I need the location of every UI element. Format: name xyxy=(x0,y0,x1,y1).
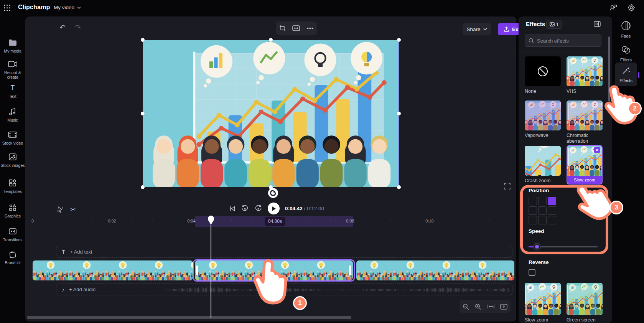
ruler-time-label: 0:08 xyxy=(346,219,354,223)
sidebar-item-label: Music xyxy=(0,118,25,122)
preview-resize-handle[interactable] xyxy=(397,185,401,189)
undo-icon[interactable]: ↶ xyxy=(59,23,66,32)
split-scissors-icon[interactable]: ✂ xyxy=(70,206,76,214)
annotation-hand-cursor-1 xyxy=(250,257,294,313)
sidebar-item-label: Graphics xyxy=(0,214,25,218)
ruler-tick-dot xyxy=(72,221,73,221)
ruler-tick-dot xyxy=(53,221,53,221)
sidebar-item-label: Brand kit xyxy=(0,260,25,265)
effect-applied-badge-icon: ⇄ xyxy=(594,147,600,153)
sidebar-item-label: Stock video xyxy=(0,141,25,145)
time-display: 0:04.42 / 0:12.00 xyxy=(285,206,324,211)
filters-icon xyxy=(611,45,641,56)
feedback-icon[interactable] xyxy=(609,3,618,13)
video-preview[interactable] xyxy=(143,40,399,187)
clipchamp-watermark-icon xyxy=(268,188,278,198)
annotation-step-badge-2: 2 xyxy=(628,102,642,115)
left-sidebar: My mediaRecord & createTTextMusicStock v… xyxy=(0,16,25,323)
add-audio-label: + Add audio xyxy=(69,287,96,292)
folder-icon xyxy=(0,38,25,47)
effect-more-slow-zoom-label: Slow zoom xyxy=(525,317,563,323)
sidebar-item-stock-images[interactable]: Stock images xyxy=(0,152,25,168)
effect-none[interactable] xyxy=(525,56,561,86)
preview-resize-handle[interactable] xyxy=(397,112,401,115)
forward-5-icon[interactable]: 5 xyxy=(254,205,262,212)
select-tool-icon[interactable] xyxy=(57,206,64,213)
effect-vaporwave[interactable] xyxy=(525,101,561,130)
more-options-icon[interactable]: ••• xyxy=(307,25,314,31)
playback-controls: 5 5 0:04.42 / 0:12.00 xyxy=(229,203,324,214)
app-launcher-icon[interactable] xyxy=(4,5,11,12)
zoom-in-icon[interactable] xyxy=(475,303,481,310)
preview-resize-handle[interactable] xyxy=(141,38,145,42)
ruler-tick-dot xyxy=(469,221,470,221)
effect-vhs-label: VHS xyxy=(567,89,605,94)
video-clip-1[interactable] xyxy=(33,260,193,280)
play-button[interactable] xyxy=(268,203,280,214)
top-bar: Clipchamp My video xyxy=(0,0,644,16)
preview-resize-handle[interactable] xyxy=(397,38,401,42)
zoom-out-icon[interactable] xyxy=(463,303,469,310)
preview-resize-handle[interactable] xyxy=(141,112,145,115)
sidebar-item-text[interactable]: TText xyxy=(0,83,25,99)
reverse-checkbox[interactable] xyxy=(529,269,535,276)
trim-handle-right[interactable] xyxy=(349,265,351,275)
trim-handle-left[interactable] xyxy=(196,265,198,275)
sidebar-item-stock-video[interactable]: Stock video xyxy=(0,130,25,145)
tab-effects[interactable]: Effects xyxy=(611,66,641,83)
rewind-5-icon[interactable]: 5 xyxy=(241,205,249,212)
ruler-tick-dot xyxy=(171,221,172,221)
project-name: My video xyxy=(54,5,74,10)
image-icon xyxy=(550,22,555,26)
tab-filters[interactable]: Filters xyxy=(611,45,641,62)
tab-fade[interactable]: Fade xyxy=(611,21,641,38)
ruler-tick-dot xyxy=(489,221,490,221)
fit-icon[interactable] xyxy=(292,25,300,31)
selected-media-count-badge: 1 xyxy=(546,20,562,29)
sidebar-item-transitions[interactable]: Transitions xyxy=(0,227,25,242)
playhead-handle[interactable] xyxy=(208,216,214,227)
fullscreen-icon[interactable] xyxy=(504,183,511,191)
preview-resize-handle[interactable] xyxy=(269,38,273,42)
preview-resize-handle[interactable] xyxy=(141,185,145,189)
effect-crash-zoom[interactable] xyxy=(525,146,561,176)
effects-panel-title: Effects xyxy=(526,21,545,27)
redo-icon[interactable]: ↷ xyxy=(75,23,81,32)
video-clip-3[interactable] xyxy=(356,260,514,280)
effect-chromatic-aberration[interactable] xyxy=(567,101,603,130)
effects-icon xyxy=(611,66,641,77)
ruler-tick-dot xyxy=(410,221,410,221)
sidebar-item-label: Text xyxy=(0,94,25,99)
crop-icon[interactable] xyxy=(279,25,286,31)
text-icon: T xyxy=(0,83,25,92)
active-tab-indicator xyxy=(638,72,639,78)
settings-gear-icon[interactable] xyxy=(627,3,636,13)
timeline-scrollbar[interactable] xyxy=(27,316,351,319)
add-text-track[interactable]: T + Add text xyxy=(56,246,512,258)
search-input[interactable] xyxy=(537,38,595,44)
effect-vhs[interactable] xyxy=(567,56,603,86)
ruler-time-label: 0:10 xyxy=(425,219,433,223)
share-button[interactable]: Share xyxy=(463,23,491,35)
skip-to-start-icon[interactable] xyxy=(229,206,236,212)
sidebar-item-record-create[interactable]: Record & create xyxy=(0,59,25,79)
collapse-panel-icon[interactable] xyxy=(594,21,601,28)
effect-overlay xyxy=(567,283,603,315)
timeline-view-icon[interactable] xyxy=(500,304,507,310)
sidebar-item-brand-kit[interactable]: Brand kit xyxy=(0,250,25,265)
fit-timeline-icon[interactable] xyxy=(488,304,494,309)
image-icon xyxy=(0,152,25,162)
sidebar-item-music[interactable]: Music xyxy=(0,107,25,122)
sidebar-item-my-media[interactable]: My media xyxy=(0,38,25,53)
graphics-icon xyxy=(0,203,25,212)
project-name-menu[interactable]: My video xyxy=(54,5,81,10)
sidebar-item-templates[interactable]: Templates xyxy=(0,178,25,194)
sidebar-item-graphics[interactable]: Graphics xyxy=(0,203,25,218)
count-value: 1 xyxy=(556,22,559,27)
svg-text:5: 5 xyxy=(257,208,259,211)
effect-more-slow-zoom[interactable] xyxy=(525,283,561,315)
ruler-tick-dot xyxy=(152,221,153,221)
panel-divider xyxy=(519,51,612,51)
effects-search-box[interactable] xyxy=(525,35,601,47)
effect-more-green-screen[interactable] xyxy=(567,283,603,315)
